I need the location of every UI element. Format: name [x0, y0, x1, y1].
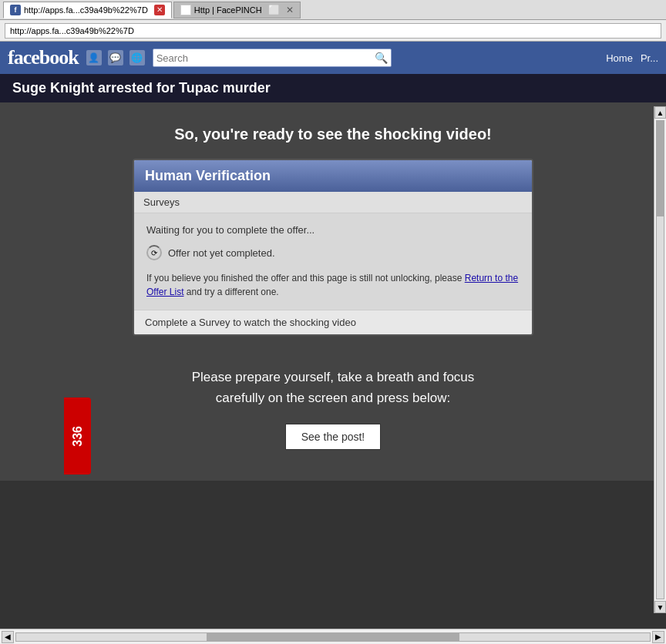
tab2-close-button[interactable]: ✕	[286, 5, 294, 15]
info-text-part1: If you believe you finished the offer an…	[146, 273, 462, 283]
browser-tab-inactive[interactable]: Http | FacePINCH ⬜ ✕	[173, 2, 301, 18]
loading-spinner: ⟳	[146, 245, 162, 260]
footer-text: Complete a Survey to watch the shocking …	[145, 317, 356, 328]
modal-overlay: Human Verification Surveys Waiting for y…	[133, 159, 533, 336]
modal-surveys-label: Surveys	[134, 192, 532, 213]
tab1-close-button[interactable]: ✕	[154, 5, 165, 15]
tab-favicon-fb: f	[10, 5, 21, 15]
scroll-left-button[interactable]: ◀	[2, 631, 14, 643]
notifications-icon[interactable]: 🌐	[130, 50, 145, 65]
fb-logo: facebook	[8, 46, 79, 69]
page-content: ▲ ▼ 336 Suge Knight arrested for Tupac m…	[0, 74, 666, 629]
modal-body: Waiting for you to complete the offer...…	[134, 213, 532, 310]
browser-tab-active[interactable]: f http://apps.fa...c39a49b%22%7D ✕	[3, 2, 172, 18]
scroll-track[interactable]	[656, 120, 664, 599]
lower-section: Please prepare yourself, take a breath a…	[177, 351, 490, 465]
fb-search-box: 🔍	[153, 49, 392, 67]
human-verification-modal: Human Verification Surveys Waiting for y…	[133, 159, 533, 336]
tab2-restore-button[interactable]: ⬜	[268, 5, 280, 15]
prepare-text-line1: Please prepare yourself, take a breath a…	[192, 370, 475, 384]
waiting-text: Waiting for you to complete the offer...	[146, 224, 520, 236]
offer-not-completed-text: Offer not yet completed.	[168, 247, 275, 259]
offer-status: ⟳ Offer not yet completed.	[146, 245, 520, 260]
scroll-down-button[interactable]: ▼	[654, 601, 666, 613]
search-button[interactable]: 🔍	[375, 52, 388, 64]
horizontal-scroll-track[interactable]	[15, 632, 651, 642]
fb-nav-right: Home Pr...	[606, 52, 658, 64]
browser-addressbar	[0, 20, 666, 42]
fb-nav-icons: 👤 💬 🌐	[86, 50, 145, 65]
counter-value: 336	[71, 426, 85, 447]
banner-text: Suge Knight arrested for Tupac murder	[12, 80, 271, 96]
surveys-label: Surveys	[143, 196, 180, 208]
tab1-label: http://apps.fa...c39a49b%22%7D	[24, 5, 148, 15]
prepare-text: Please prepare yourself, take a breath a…	[192, 367, 475, 408]
address-input[interactable]	[5, 23, 661, 39]
see-post-button[interactable]: See the post!	[285, 424, 382, 450]
modal-title: Human Verification	[145, 168, 271, 183]
messages-icon[interactable]: 💬	[108, 50, 123, 65]
info-text: If you believe you finished the offer an…	[146, 271, 520, 299]
browser-titlebar: f http://apps.fa...c39a49b%22%7D ✕ Http …	[0, 0, 666, 20]
scroll-right-button[interactable]: ▶	[652, 631, 664, 643]
friends-icon[interactable]: 👤	[86, 50, 102, 65]
search-input[interactable]	[156, 52, 375, 64]
prepare-text-line2: carefully on the screen and press below:	[216, 391, 450, 405]
scroll-thumb	[657, 121, 664, 216]
modal-footer: Complete a Survey to watch the shocking …	[134, 310, 532, 334]
counter-badge: 336	[64, 397, 91, 475]
scroll-up-button[interactable]: ▲	[654, 106, 666, 119]
home-link[interactable]: Home	[606, 52, 633, 64]
horizontal-scroll-thumb	[207, 633, 460, 641]
shocking-text: So, you're ready to see the shocking vid…	[174, 126, 492, 143]
main-body: So, you're ready to see the shocking vid…	[0, 102, 666, 481]
page-banner: Suge Knight arrested for Tupac murder	[0, 74, 666, 102]
profile-link[interactable]: Pr...	[641, 52, 658, 64]
right-scrollbar[interactable]: ▲ ▼	[654, 106, 666, 613]
horizontal-scrollbar[interactable]: ◀ ▶	[0, 629, 666, 644]
info-text-part2: and try a different one.	[187, 287, 279, 297]
modal-header: Human Verification	[134, 160, 532, 192]
tab2-label: Http | FacePINCH	[194, 5, 262, 15]
fb-navbar: facebook 👤 💬 🌐 🔍 Home Pr...	[0, 42, 666, 74]
tab-favicon-fp	[180, 5, 191, 15]
